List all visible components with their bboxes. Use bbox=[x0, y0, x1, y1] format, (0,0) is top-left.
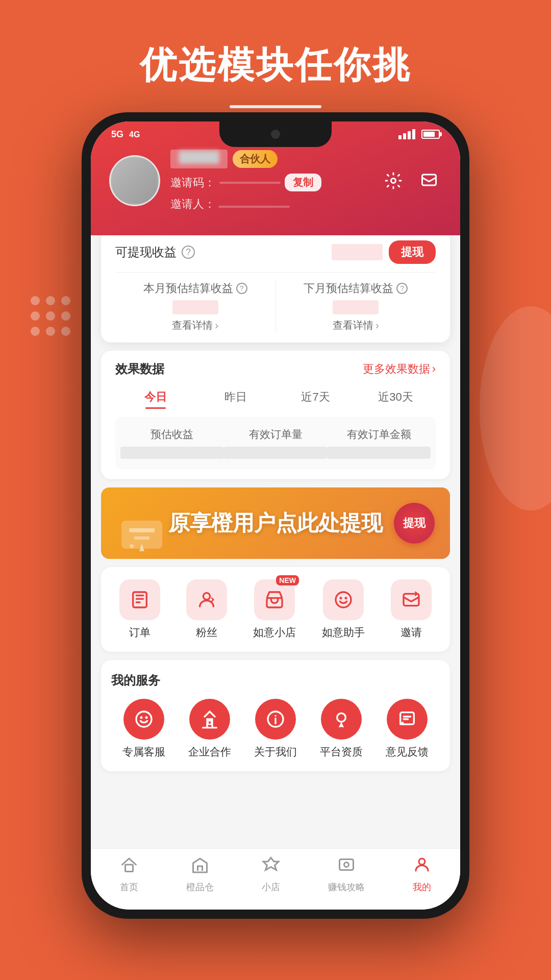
nav-shop[interactable]: 小店 bbox=[262, 855, 280, 893]
quick-menu-grid: 订单 粉丝 bbox=[106, 579, 445, 640]
battery-icon bbox=[421, 130, 440, 139]
withdraw-button[interactable]: 提现 bbox=[389, 240, 436, 264]
svg-point-9 bbox=[336, 592, 351, 607]
customer-service-icon bbox=[123, 699, 164, 740]
nav-home[interactable]: 首页 bbox=[120, 855, 138, 893]
status-signal-text: 5G 4G bbox=[111, 129, 140, 140]
service-enterprise[interactable]: 企业合作 bbox=[188, 699, 231, 759]
svg-point-18 bbox=[274, 715, 276, 717]
copy-button[interactable]: 复制 bbox=[285, 174, 321, 191]
nav-mine[interactable]: 我的 bbox=[413, 855, 431, 893]
inviter-label: 邀请人： bbox=[170, 198, 215, 210]
status-right bbox=[398, 129, 440, 139]
inviter-row: 邀请人： bbox=[170, 197, 321, 212]
svg-rect-23 bbox=[340, 859, 354, 870]
about-icon bbox=[255, 699, 296, 740]
stats-tab-7days[interactable]: 近7天 bbox=[276, 385, 356, 409]
services-grid: 专属客服 企业 bbox=[111, 699, 440, 759]
earnings-top: 可提现收益 ? 提现 bbox=[115, 240, 436, 264]
message-button[interactable] bbox=[416, 168, 442, 193]
banner-atm-icon bbox=[111, 498, 172, 559]
quick-menu-assistant[interactable]: 如意助手 bbox=[322, 579, 365, 640]
chevron-right-icon: › bbox=[215, 320, 218, 331]
bottom-spacer bbox=[91, 771, 460, 838]
stats-amount-label: 有效订单金额 bbox=[327, 427, 431, 442]
fans-icon bbox=[186, 579, 227, 620]
page-title: 优选模块任你挑 bbox=[0, 0, 551, 90]
banner-section[interactable]: 原享橙用户点此处提现 提现 bbox=[101, 487, 450, 559]
stats-order-amount: 有效订单金额 bbox=[327, 427, 431, 459]
notch bbox=[219, 121, 332, 147]
stats-orders-label: 有效订单量 bbox=[224, 427, 328, 442]
this-month-link[interactable]: 查看详情 › bbox=[172, 318, 218, 332]
chevron-right-icon-2: › bbox=[375, 320, 379, 331]
next-month-label: 下月预估结算收益 ? bbox=[304, 281, 408, 296]
service-qualification[interactable]: 平台资质 bbox=[320, 699, 363, 759]
stats-tab-yesterday[interactable]: 昨日 bbox=[195, 385, 276, 409]
nav-home-label: 首页 bbox=[120, 881, 138, 893]
nav-warehouse[interactable]: 橙品仓 bbox=[186, 855, 214, 893]
earnings-label-row: 可提现收益 ? bbox=[115, 244, 195, 260]
app-content: 5G 4G bbox=[91, 121, 460, 910]
new-badge: NEW bbox=[276, 575, 299, 585]
feedback-icon bbox=[387, 699, 428, 740]
quick-menu-fans[interactable]: 粉丝 bbox=[186, 579, 227, 640]
qualification-icon bbox=[321, 699, 362, 740]
stats-tab-today[interactable]: 今日 bbox=[115, 385, 195, 409]
stats-valid-orders: 有效订单量 bbox=[224, 427, 328, 459]
earnings-row: 本月预估结算收益 ? 查看详情 › 下月预估结算收益 bbox=[115, 281, 436, 332]
profile-name-row: 合伙人 bbox=[170, 150, 321, 168]
this-month-value bbox=[172, 300, 218, 314]
earnings-help-icon[interactable]: ? bbox=[182, 246, 195, 259]
bottom-nav: 首页 橙品仓 bbox=[91, 848, 460, 910]
nav-warehouse-label: 橙品仓 bbox=[186, 881, 214, 893]
avatar[interactable] bbox=[109, 155, 160, 206]
quick-menu: 订单 粉丝 bbox=[101, 567, 450, 652]
quick-menu-orders[interactable]: 订单 bbox=[119, 579, 160, 640]
profile-info: 合伙人 邀请码： 复制 邀请人： bbox=[170, 150, 321, 212]
phone-frame: 5G 4G bbox=[82, 112, 469, 919]
stats-estimated-income: 预估收益 bbox=[120, 427, 224, 459]
stats-tab-30days[interactable]: 近30天 bbox=[356, 385, 436, 409]
this-month-earnings: 本月预估结算收益 ? 查看详情 › bbox=[115, 281, 276, 332]
nav-money-guide[interactable]: 赚钱攻略 bbox=[328, 855, 365, 893]
service-about[interactable]: 关于我们 bbox=[254, 699, 297, 759]
orders-icon bbox=[119, 579, 160, 620]
customer-service-label: 专属客服 bbox=[122, 745, 165, 759]
profile-name bbox=[170, 150, 228, 168]
feedback-label: 意见反馈 bbox=[386, 745, 429, 759]
stats-income-label: 预估收益 bbox=[120, 427, 224, 442]
profile-left: 合伙人 邀请码： 复制 邀请人： bbox=[109, 150, 321, 212]
stats-title: 效果数据 bbox=[115, 361, 164, 377]
svg-rect-16 bbox=[208, 721, 212, 724]
banner-withdraw-button[interactable]: 提现 bbox=[394, 503, 435, 544]
invite-row: 邀请码： 复制 bbox=[170, 174, 321, 191]
quick-menu-shop[interactable]: NEW 如意小店 bbox=[253, 579, 296, 640]
invite-code-value bbox=[219, 182, 281, 184]
svg-point-19 bbox=[337, 713, 345, 722]
earnings-amount-value bbox=[332, 244, 383, 260]
svg-point-11 bbox=[345, 597, 347, 599]
shop-label: 如意小店 bbox=[253, 625, 296, 640]
service-customer-service[interactable]: 专属客服 bbox=[122, 699, 165, 759]
inviter-value bbox=[218, 206, 290, 208]
next-month-link[interactable]: 查看详情 › bbox=[333, 318, 379, 332]
money-guide-icon bbox=[337, 855, 356, 878]
orders-label: 订单 bbox=[129, 625, 151, 640]
next-month-earnings: 下月预估结算收益 ? 查看详情 › bbox=[276, 281, 436, 332]
quick-menu-invite[interactable]: 邀请 bbox=[391, 579, 432, 640]
qualification-label: 平台资质 bbox=[320, 745, 363, 759]
next-month-help-icon[interactable]: ? bbox=[396, 283, 408, 294]
stats-more-link[interactable]: 更多效果数据 › bbox=[363, 361, 436, 377]
svg-point-5 bbox=[130, 544, 134, 548]
svg-rect-3 bbox=[129, 528, 155, 532]
services-section: 我的服务 专属客服 bbox=[101, 660, 450, 771]
service-feedback[interactable]: 意见反馈 bbox=[386, 699, 429, 759]
next-month-value bbox=[333, 300, 379, 314]
settings-button[interactable] bbox=[381, 168, 406, 193]
notch-camera bbox=[271, 130, 280, 139]
this-month-help-icon[interactable]: ? bbox=[236, 283, 247, 294]
invite-icon bbox=[391, 579, 432, 620]
svg-rect-4 bbox=[134, 536, 149, 540]
services-title: 我的服务 bbox=[111, 672, 440, 689]
